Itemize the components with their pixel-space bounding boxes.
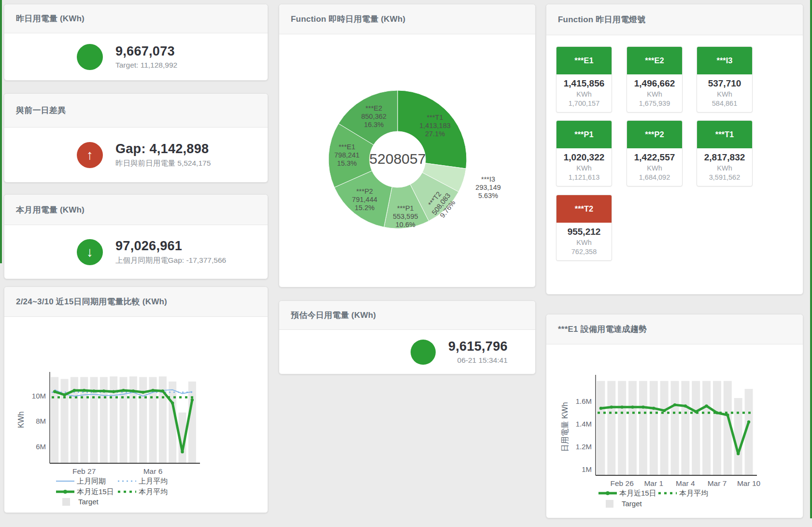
light-tile-xxxP1: ***P11,020,322KWh1,121,613 <box>556 120 612 186</box>
data-point[interactable] <box>191 399 194 401</box>
donut-center-value: 5208057 <box>370 151 426 167</box>
light-tile-xxxE1: ***E11,415,856KWh1,700,157 <box>556 46 612 113</box>
light-tile-target: 1,684,092 <box>628 173 681 181</box>
legend-label: 上月同期 <box>77 477 106 485</box>
data-point[interactable] <box>92 389 95 392</box>
light-tile-status-header: ***E2 <box>627 47 682 74</box>
data-point[interactable] <box>715 411 718 414</box>
legend-swatch-gray-box <box>62 498 70 506</box>
legend-label: Target <box>78 498 99 506</box>
data-point[interactable] <box>631 406 634 409</box>
legend-item-4[interactable]: Target <box>62 498 99 506</box>
legend-item-0[interactable]: 本月近15日 <box>598 489 656 497</box>
realtime-donut-card: Function 即時日用電量 (KWh) ***T11,413,18327.1… <box>279 4 536 287</box>
data-point[interactable] <box>610 406 613 409</box>
data-point[interactable] <box>112 390 115 393</box>
data-point[interactable] <box>73 389 76 392</box>
target-bar <box>159 376 167 463</box>
red-up-arrow-icon: ↑ <box>77 142 103 168</box>
light-tile-target: 1,700,157 <box>557 100 611 107</box>
comparison-chart-title: 2/24~3/10 近15日同期用電量比較 (KWh) <box>16 296 167 307</box>
day-gap-header: 與前一日差異 <box>4 94 268 128</box>
light-tile-value: 1,422,557 <box>628 152 681 163</box>
data-point[interactable] <box>122 389 125 392</box>
month-usage-card: 本月用電量 (KWh) ↓ 97,026,961 上個月同期用電Gap: -17… <box>4 194 268 279</box>
x-tick-label: Feb 27 <box>72 467 96 475</box>
target-bar <box>139 377 147 463</box>
month-usage-subtitle: 上個月同期用電Gap: -17,377,566 <box>115 256 226 266</box>
data-point[interactable] <box>151 389 154 392</box>
legend-item-0[interactable]: 上月同期 <box>56 477 106 485</box>
data-point[interactable] <box>171 401 174 404</box>
data-point[interactable] <box>53 390 56 393</box>
data-point[interactable] <box>620 406 623 409</box>
data-point[interactable] <box>695 410 698 413</box>
light-tile-target: 762,358 <box>557 248 611 256</box>
target-bar <box>671 381 679 475</box>
target-bar <box>639 381 647 475</box>
legend-label: 本月近15日 <box>77 487 114 496</box>
light-tile-unit: KWh <box>557 164 611 172</box>
light-tile-unit: KWh <box>698 164 751 172</box>
target-bar <box>713 381 721 475</box>
data-point[interactable] <box>737 452 740 455</box>
trend-chart: 1.6M1.4M1.2M1MFeb 26Mar 1Mar 4Mar 7Mar 1… <box>546 344 802 518</box>
estimate-title: 預估今日用電量 (KWh) <box>291 310 376 321</box>
data-point[interactable] <box>684 404 687 407</box>
data-point[interactable] <box>652 407 655 410</box>
target-bar <box>110 376 117 463</box>
target-bar <box>61 379 69 463</box>
light-tile-body: 1,496,662KWh1,675,939 <box>627 74 682 112</box>
target-bar <box>692 381 700 475</box>
light-tile-value: 1,496,662 <box>628 78 681 89</box>
legend-label: 本月平均 <box>679 489 708 497</box>
legend-item-1[interactable]: 上月平均 <box>118 477 168 485</box>
y-tick-label: 1.6M <box>576 397 592 405</box>
data-point[interactable] <box>641 406 644 409</box>
data-point[interactable] <box>705 404 708 407</box>
green-status-circle-icon <box>77 44 103 70</box>
legend-label: 上月平均 <box>139 477 168 485</box>
month-usage-header: 本月用電量 (KWh) <box>4 195 268 225</box>
data-point[interactable] <box>726 413 729 416</box>
estimate-header: 預估今日用電量 (KWh) <box>279 301 535 330</box>
data-point[interactable] <box>673 403 676 406</box>
x-tick-label: Feb 26 <box>611 479 634 487</box>
light-tile-value: 955,212 <box>557 227 611 237</box>
energy-dashboard: 昨日用電量 (KWh) 9,667,073 Target: 11,128,992… <box>0 0 812 527</box>
estimate-stat: 9,615,796 06-21 15:34:41 <box>279 330 535 374</box>
comparison-chart-header: 2/24~3/10 近15日同期用電量比較 (KWh) <box>4 287 268 317</box>
legend-swatch-gray-box <box>606 500 613 508</box>
realtime-donut-chart: ***T11,413,18327.1%***I3293,1495.63%***T… <box>279 34 535 287</box>
legend-item-2[interactable]: 本月近15日 <box>56 487 114 496</box>
yesterday-usage-title: 昨日用電量 (KWh) <box>16 13 85 24</box>
target-bar <box>188 382 196 463</box>
day-gap-title: 與前一日差異 <box>16 105 66 116</box>
legend-item-2[interactable]: Target <box>606 499 642 508</box>
day-gap-value: Gap: 4,142,898 <box>115 142 211 157</box>
light-tile-body: 2,817,832KWh3,591,562 <box>697 148 752 186</box>
y-tick-label: 10M <box>32 392 46 400</box>
data-point[interactable] <box>63 393 66 396</box>
light-tile-xxxI3: ***I3537,710KWh584,861 <box>697 46 753 113</box>
day-gap-card: 與前一日差異 ↑ Gap: 4,142,898 昨日與前日用電量 5,524,1… <box>4 93 268 183</box>
data-point[interactable] <box>181 450 184 453</box>
estimate-value: 9,615,796 <box>448 339 508 354</box>
data-point[interactable] <box>142 391 144 394</box>
data-point[interactable] <box>132 389 135 392</box>
data-point[interactable] <box>663 409 666 412</box>
data-point[interactable] <box>161 389 164 392</box>
legend-item-3[interactable]: 本月平均 <box>118 487 168 496</box>
trend-chart-header: ***E1 設備用電達成趨勢 <box>546 314 803 344</box>
data-point[interactable] <box>747 420 750 423</box>
data-point[interactable] <box>599 407 602 410</box>
legend-item-1[interactable]: 本月平均 <box>658 489 708 497</box>
target-bar <box>129 376 137 463</box>
light-tile-value: 1,020,322 <box>557 152 611 163</box>
lights-panel-header: Function 昨日用電燈號 <box>546 4 803 35</box>
data-point[interactable] <box>102 389 105 392</box>
trend-chart-title: ***E1 設備用電達成趨勢 <box>558 324 647 335</box>
right-edge-strip <box>810 0 812 518</box>
yesterday-usage-card: 昨日用電量 (KWh) 9,667,073 Target: 11,128,992 <box>4 4 268 81</box>
data-point[interactable] <box>83 389 85 392</box>
